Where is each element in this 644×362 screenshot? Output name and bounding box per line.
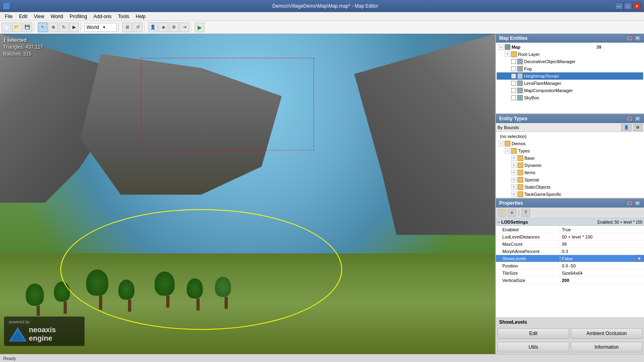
tree-4	[161, 272, 175, 308]
map-entities-close[interactable]: ✕	[634, 35, 641, 41]
world-dropdown[interactable]: World ▼	[85, 23, 117, 32]
entity-node-demos[interactable]: − Demos	[497, 140, 643, 147]
entity-node-noselection[interactable]: (no selection)	[497, 133, 643, 140]
properties-pin[interactable]: 📌	[626, 200, 633, 206]
expander-rootlayer[interactable]: +	[505, 51, 510, 57]
tree-node-skybox[interactable]: SkyBox	[497, 94, 643, 101]
expander-staticobjects[interactable]: +	[511, 184, 517, 190]
checkbox-skybox[interactable]	[511, 95, 516, 100]
entity-types-controls: 📌 ✕	[626, 116, 641, 121]
expander-map[interactable]: −	[498, 44, 504, 50]
staticobjects-folder-icon	[518, 184, 523, 190]
expander-items[interactable]: +	[511, 170, 517, 175]
tree-node-fog[interactable]: Fog	[497, 65, 643, 72]
entity-node-tankgame[interactable]: + TankGameSpecific	[497, 191, 643, 198]
expander-demos[interactable]: −	[498, 141, 504, 146]
checkbox-decorative[interactable]	[511, 59, 516, 64]
entity-node-special[interactable]: + Special	[497, 176, 643, 183]
prop-name-maxcount: MaxCount	[496, 242, 560, 247]
tb-run[interactable]: ▶	[195, 23, 204, 32]
props-btn-help[interactable]: ?	[521, 209, 530, 217]
map-entities-title: Map Entities	[499, 35, 528, 41]
menu-help[interactable]: Help	[132, 13, 149, 20]
expander-tankgame[interactable]: +	[511, 191, 517, 197]
entity-types-pin[interactable]: 📌	[626, 116, 633, 121]
filter-btn-1[interactable]: 👤	[621, 124, 632, 131]
tb-settings[interactable]: ⚙	[169, 23, 179, 32]
entity-types-tree[interactable]: (no selection) − Demos − Types +	[496, 132, 644, 198]
window-title: Demos\VillageDemo\Map\Map.map* - Map Edi…	[35, 3, 615, 9]
menu-profiling[interactable]: Profiling	[66, 13, 90, 20]
minimize-button[interactable]: —	[615, 2, 623, 10]
entity-node-base[interactable]: + Base	[497, 154, 643, 162]
close-button[interactable]: ✕	[633, 2, 641, 10]
tb-grid[interactable]: ⊞	[122, 23, 132, 32]
props-btn-1[interactable]: ⚡	[497, 209, 506, 217]
tb-select[interactable]: ↖	[38, 23, 47, 32]
menu-view[interactable]: View	[31, 13, 47, 20]
tree-3	[125, 280, 134, 312]
utils-button[interactable]: Utils	[497, 342, 569, 352]
expander-types[interactable]: −	[505, 148, 510, 154]
tb-export[interactable]: ⇥	[180, 23, 189, 32]
entity-types-close[interactable]: ✕	[634, 116, 641, 121]
checkbox-fog[interactable]	[511, 66, 516, 71]
props-btn-2[interactable]: ≡	[508, 209, 516, 217]
prop-row-tilesize[interactable]: TileSize Size64x64	[496, 269, 644, 277]
menu-edit[interactable]: Edit	[16, 13, 31, 20]
properties-panel: Properties 📌 ✕ ⚡ ≡ ? − LODSettings Enabl…	[496, 199, 644, 354]
prop-row-maxcount[interactable]: MaxCount 99	[496, 241, 644, 248]
prop-row-position[interactable]: Position 0 0 -50	[496, 262, 644, 269]
expander-special[interactable]: +	[511, 177, 517, 183]
expander-dynamic[interactable]: +	[511, 162, 517, 168]
tb-refresh[interactable]: ↺	[133, 23, 142, 32]
tb-rotate[interactable]: ↻	[59, 23, 68, 32]
filter-btn-2[interactable]: ⚙	[633, 124, 642, 131]
tree-node-decorative[interactable]: DecorativeObjectManager	[497, 58, 643, 65]
checkbox-lensflare[interactable]	[511, 81, 516, 86]
map-entities-tree[interactable]: − Map 39 + Root Layer	[496, 43, 644, 113]
checkbox-mapcompositor[interactable]	[511, 88, 516, 93]
entity-node-dynamic[interactable]: + Dynamic	[497, 162, 643, 169]
entity-node-items[interactable]: + Items	[497, 169, 643, 176]
tree-7	[32, 284, 44, 316]
menu-world[interactable]: World	[47, 13, 66, 20]
map-entities-pin[interactable]: 📌	[626, 35, 633, 41]
tb-entity[interactable]: ◈	[159, 23, 168, 32]
prop-group-lodsettings[interactable]: − LODSettings Enabled; 50 + level * 100	[496, 218, 644, 226]
tree-node-mapcompositor[interactable]: MapCompositorManager	[497, 87, 643, 94]
heightmap-icon	[517, 73, 523, 79]
menu-tools[interactable]: Tools	[115, 13, 132, 20]
tree-node-rootlayer[interactable]: + Root Layer	[497, 51, 643, 58]
entity-node-staticobjects[interactable]: + StaticObjects	[497, 183, 643, 191]
tree-node-map[interactable]: − Map 39	[497, 43, 643, 51]
tb-save[interactable]: 💾	[23, 23, 32, 32]
tree-node-lensflare[interactable]: LensFlareManager	[497, 80, 643, 87]
viewport[interactable]: 1 selected Triangles: 437,117 Batches: 3…	[0, 34, 495, 354]
logo-brand-text: neoaxis engine	[29, 326, 80, 343]
ambient-occlusion-button[interactable]: Ambient Occlusion	[571, 328, 642, 339]
prop-row-verticalsize[interactable]: VerticalSize 200	[496, 277, 644, 284]
tb-move[interactable]: ⊕	[48, 23, 58, 32]
prop-row-enabled[interactable]: Enabled True	[496, 226, 644, 233]
prop-row-morphareapercent[interactable]: MorphAreaPercent 0.3	[496, 248, 644, 255]
entity-node-types[interactable]: − Types	[497, 147, 643, 154]
maximize-button[interactable]: □	[624, 2, 632, 10]
menu-addons[interactable]: Add-ons	[90, 13, 115, 20]
properties-close[interactable]: ✕	[634, 200, 641, 206]
tb-persons[interactable]: 👤	[148, 23, 158, 32]
tb-play[interactable]: ▶	[69, 23, 79, 32]
edit-button[interactable]: Edit	[497, 328, 569, 339]
tb-new[interactable]: 📄	[2, 23, 11, 32]
checkbox-heightmap[interactable]	[511, 74, 516, 78]
lodsettings-expander: −	[497, 220, 500, 224]
prop-row-lodleveldistances[interactable]: LodLevelDistances 50 + level * 100	[496, 233, 644, 241]
prop-value-morphareapercent: 0.3	[560, 249, 644, 254]
information-button[interactable]: Information	[571, 342, 642, 352]
showlevels-dropdown-btn[interactable]: ▼	[636, 255, 642, 262]
expander-base[interactable]: +	[511, 155, 517, 161]
tb-open[interactable]: 📂	[12, 23, 22, 32]
menu-file[interactable]: File	[2, 13, 16, 20]
tree-node-heightmap[interactable]: HeightmapTerrain	[497, 72, 643, 80]
prop-row-showlevels[interactable]: ShowLevels False ▼	[496, 255, 644, 262]
